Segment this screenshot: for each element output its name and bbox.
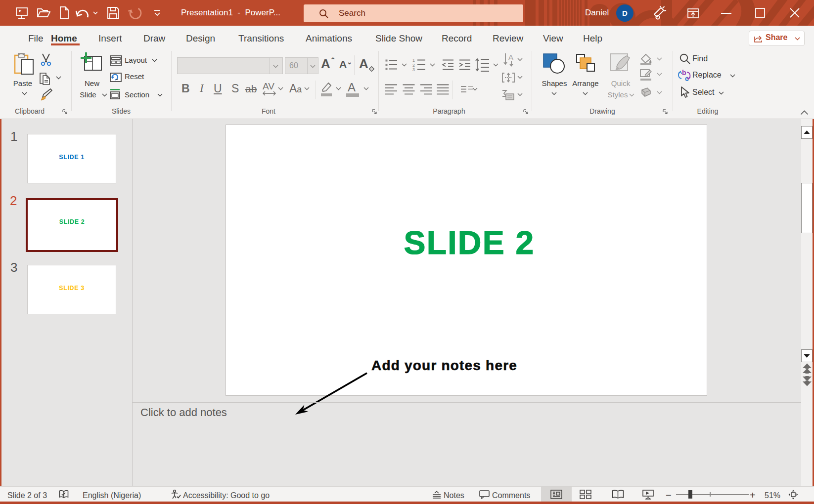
svg-text:3: 3 [412,67,415,71]
svg-text:A: A [508,53,513,61]
svg-text:2: 2 [412,63,415,68]
